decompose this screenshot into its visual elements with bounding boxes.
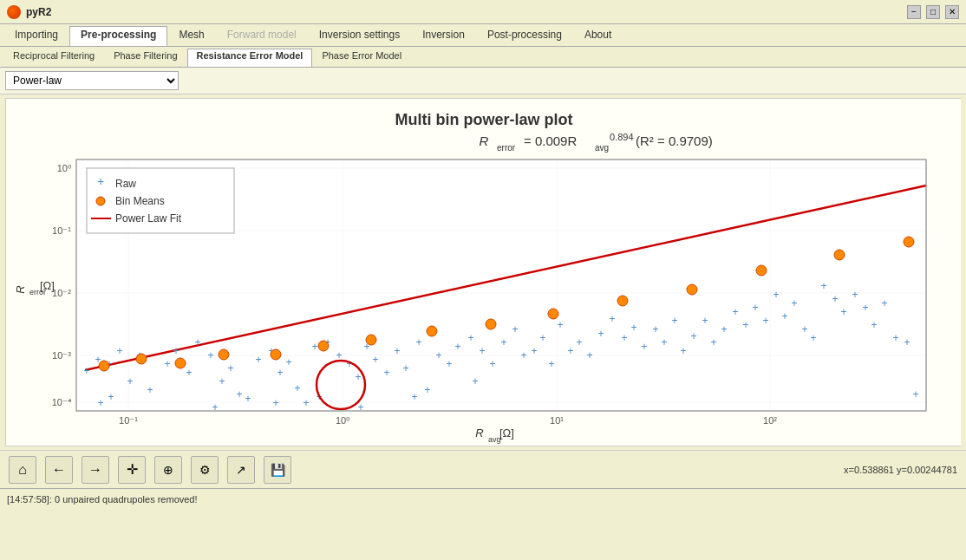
tab-importing[interactable]: Importing <box>3 26 69 46</box>
svg-text:+: + <box>630 322 636 334</box>
tab-inversion[interactable]: Inversion <box>411 26 476 46</box>
svg-text:+: + <box>277 367 283 379</box>
svg-text:+: + <box>472 375 478 387</box>
svg-text:= 0.009R: = 0.009R <box>524 133 577 148</box>
minimize-button[interactable]: − <box>907 5 921 19</box>
save-button[interactable]: 💾 <box>264 456 291 484</box>
svg-text:+: + <box>810 332 816 344</box>
tab-preprocessing[interactable]: Pre-processing <box>69 26 167 46</box>
tab-forward-model[interactable]: Forward model <box>216 26 308 46</box>
svg-point-133 <box>548 309 558 319</box>
svg-text:Raw: Raw <box>115 178 136 190</box>
svg-text:+: + <box>710 336 716 348</box>
svg-text:+: + <box>245 393 251 405</box>
svg-point-125 <box>136 354 147 364</box>
svg-text:+: + <box>383 367 389 379</box>
menu-tabs: Importing Pre-processing Mesh Forward mo… <box>0 24 966 47</box>
subtab-resistance-error[interactable]: Resistance Error Model <box>187 49 313 67</box>
svg-point-127 <box>219 349 229 360</box>
svg-text:+: + <box>164 358 170 370</box>
svg-text:+: + <box>892 332 898 344</box>
svg-text:+: + <box>557 319 563 331</box>
svg-text:10¹: 10¹ <box>550 415 564 426</box>
main-plot-svg: Multi bin power-law plot R error = 0.009… <box>6 99 962 446</box>
status-bar: [14:57:58]: 0 unpaired quadrupoles remov… <box>0 488 966 509</box>
svg-point-131 <box>427 326 437 336</box>
subtab-phase-filtering[interactable]: Phase Filtering <box>104 49 186 67</box>
svg-text:+: + <box>219 375 225 387</box>
svg-text:Bin Means: Bin Means <box>115 195 165 207</box>
svg-text:R: R <box>14 285 27 293</box>
svg-text:+: + <box>446 358 452 370</box>
svg-text:+: + <box>852 289 858 301</box>
window-title: pyR2 <box>26 6 907 18</box>
subtab-phase-error[interactable]: Phase Error Model <box>312 49 411 67</box>
model-dropdown[interactable]: Power-law Linear Constant <box>5 71 179 90</box>
back-button[interactable]: ← <box>45 456 73 484</box>
svg-text:+: + <box>207 349 213 361</box>
svg-text:+: + <box>871 319 877 331</box>
svg-text:+: + <box>467 332 473 344</box>
svg-text:+: + <box>586 349 592 361</box>
svg-text:+: + <box>489 358 495 370</box>
svg-text:+: + <box>303 397 309 409</box>
svg-point-124 <box>99 361 109 371</box>
maximize-button[interactable]: □ <box>926 5 940 19</box>
svg-text:+: + <box>311 341 317 353</box>
svg-text:R: R <box>475 427 483 440</box>
settings-button[interactable]: ⚙ <box>191 456 219 484</box>
status-message: [14:57:58]: 0 unpaired quadrupoles remov… <box>7 494 198 505</box>
svg-text:+: + <box>194 336 200 348</box>
svg-text:10⁻³: 10⁻³ <box>52 350 71 361</box>
svg-text:+: + <box>791 297 797 309</box>
svg-text:0.894: 0.894 <box>610 132 634 142</box>
svg-text:+: + <box>520 349 526 361</box>
svg-point-135 <box>687 284 697 295</box>
svg-text:+: + <box>904 336 910 348</box>
svg-text:10⁻⁴: 10⁻⁴ <box>52 397 72 407</box>
svg-text:+: + <box>832 293 838 305</box>
svg-text:+: + <box>255 354 261 366</box>
app-icon <box>7 5 21 19</box>
svg-text:10⁻²: 10⁻² <box>52 288 71 298</box>
svg-text:10⁻¹: 10⁻¹ <box>52 225 71 236</box>
svg-text:+: + <box>424 384 430 396</box>
pan-button[interactable]: ✛ <box>118 456 146 484</box>
svg-text:Power Law Fit: Power Law Fit <box>115 212 182 225</box>
svg-text:Multi bin power-law plot: Multi bin power-law plot <box>395 111 573 128</box>
svg-text:+: + <box>294 382 300 394</box>
svg-text:+: + <box>173 345 179 357</box>
tab-about[interactable]: About <box>573 26 623 46</box>
svg-text:+: + <box>840 306 846 318</box>
svg-text:+: + <box>752 302 758 314</box>
svg-text:+: + <box>609 313 615 325</box>
svg-text:+: + <box>641 341 647 353</box>
home-button[interactable]: ⌂ <box>9 456 36 484</box>
tab-mesh[interactable]: Mesh <box>167 26 215 46</box>
tab-inversion-settings[interactable]: Inversion settings <box>308 26 411 46</box>
svg-text:+: + <box>702 315 708 327</box>
svg-text:(R² = 0.9709): (R² = 0.9709) <box>636 133 713 148</box>
svg-text:+: + <box>721 323 727 335</box>
svg-point-134 <box>617 296 628 306</box>
svg-text:+: + <box>539 332 545 344</box>
svg-text:+: + <box>912 388 918 400</box>
window-controls: − □ ✕ <box>907 5 959 19</box>
svg-text:+: + <box>690 330 696 342</box>
svg-text:10⁰: 10⁰ <box>336 415 350 426</box>
coordinates-display: x=0.538861 y=0.00244781 <box>844 465 957 475</box>
subtab-reciprocal[interactable]: Reciprocal Filtering <box>3 49 104 67</box>
svg-text:+: + <box>773 289 779 301</box>
chart-button[interactable]: ↗ <box>227 456 255 484</box>
svg-text:+: + <box>227 362 233 374</box>
plot-toolbar: ⌂ ← → ✛ ⊕ ⚙ ↗ 💾 x=0.538861 y=0.00244781 <box>0 450 966 488</box>
close-button[interactable]: ✕ <box>945 5 959 19</box>
dropdown-row: Power-law Linear Constant <box>0 68 966 94</box>
tab-postprocessing[interactable]: Post-processing <box>476 26 573 46</box>
svg-text:+: + <box>548 358 554 370</box>
svg-text:+: + <box>272 397 278 409</box>
forward-button[interactable]: → <box>82 456 109 484</box>
svg-text:+: + <box>781 310 787 322</box>
svg-text:+: + <box>355 371 361 383</box>
zoom-button[interactable]: ⊕ <box>154 456 182 484</box>
